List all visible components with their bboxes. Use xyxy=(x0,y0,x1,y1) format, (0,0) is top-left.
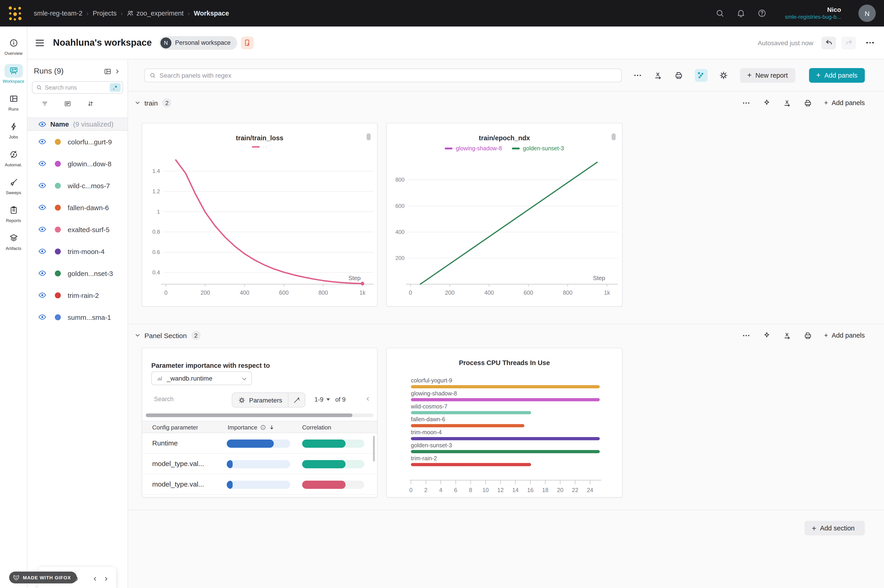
visibility-eye-icon[interactable] xyxy=(38,314,46,320)
search-icon[interactable] xyxy=(716,9,725,18)
menu-hamburger-icon[interactable] xyxy=(36,39,44,46)
visibility-eye-icon[interactable] xyxy=(38,205,46,210)
collapse-section-chevron-icon[interactable] xyxy=(134,100,141,106)
panel-search-input[interactable] xyxy=(159,72,616,79)
add-section-button[interactable]: +Add section xyxy=(804,521,865,536)
x-axis-settings-icon[interactable] xyxy=(653,70,663,80)
section-export-icon[interactable] xyxy=(804,99,812,107)
sampling-mode-toggle[interactable] xyxy=(695,69,707,81)
section-x-axis-icon[interactable] xyxy=(783,99,792,107)
filter-runs-icon[interactable] xyxy=(41,100,48,107)
workspace-more-options-icon[interactable] xyxy=(866,42,874,44)
visibility-eye-icon[interactable] xyxy=(38,292,46,298)
visibility-eye-icon[interactable] xyxy=(38,139,46,144)
run-settings-icon[interactable] xyxy=(64,100,71,107)
column-config-parameter[interactable]: Config parameter xyxy=(152,424,198,431)
pagination-next-icon[interactable] xyxy=(102,575,110,582)
sidebar-item-jobs[interactable]: Jobs xyxy=(0,116,27,144)
importance-search-input[interactable] xyxy=(154,396,209,402)
expand-runs-chevron-icon[interactable] xyxy=(113,68,121,75)
pagination-prev-icon[interactable] xyxy=(92,575,99,582)
visibility-eye-icon[interactable] xyxy=(38,121,46,127)
regex-toggle[interactable]: .* xyxy=(110,83,121,92)
section-spark-icon[interactable] xyxy=(762,99,771,107)
epoch-ndx-chart[interactable]: 20040060080002004006008001kStep xyxy=(387,123,623,307)
section-x-axis-icon[interactable] xyxy=(783,331,792,340)
notifications-bell-icon[interactable] xyxy=(737,9,746,18)
redo-button[interactable] xyxy=(842,36,856,49)
avatar[interactable]: N xyxy=(858,4,876,22)
importance-table-row[interactable]: model_type.val... xyxy=(142,454,378,474)
workspace-settings-gear-icon[interactable] xyxy=(719,70,728,80)
add-panels-button[interactable]: +Add panels xyxy=(809,68,865,82)
breadcrumb-team[interactable]: smle-reg-team-2 xyxy=(34,10,83,17)
pager-range[interactable]: 1-9 xyxy=(314,396,323,403)
run-list-item[interactable]: colorfu...gurt-9 xyxy=(27,130,128,153)
run-color-dot xyxy=(55,204,61,210)
run-list-item[interactable]: trim-rain-2 xyxy=(27,284,128,306)
run-list-item[interactable]: wild-c...mos-7 xyxy=(27,174,128,196)
breadcrumb-project[interactable]: zoo_experiment xyxy=(127,10,183,17)
clear-workspace-button[interactable] xyxy=(241,36,254,49)
train-loss-chart[interactable]: 0.40.60.811.21.402004006008001kStep xyxy=(142,123,378,307)
sidebar-item-workspace[interactable]: Workspace xyxy=(0,60,27,88)
vertical-scrollbar-thumb[interactable] xyxy=(373,436,375,462)
column-correlation[interactable]: Correlation xyxy=(302,424,331,431)
runs-table-icon[interactable] xyxy=(104,68,111,75)
personal-workspace-badge[interactable]: N Personal workspace xyxy=(159,36,237,50)
run-list-item[interactable]: golden...nset-3 xyxy=(27,262,128,284)
sidebar-item-runs[interactable]: Runs xyxy=(0,88,27,116)
section-export-icon[interactable] xyxy=(804,331,812,340)
toolbar-more-options-icon[interactable] xyxy=(633,70,642,80)
new-report-button[interactable]: +New report xyxy=(740,68,795,82)
user-menu[interactable]: Nico smle-registries-bug-b... xyxy=(785,6,841,21)
section-more-options-icon[interactable] xyxy=(742,331,750,340)
run-list-item[interactable]: fallen-dawn-6 xyxy=(27,196,128,218)
importance-metric-dropdown[interactable]: _wandb.runtime xyxy=(151,372,252,385)
visibility-eye-icon[interactable] xyxy=(38,249,46,254)
magic-wand-button[interactable] xyxy=(289,393,305,407)
importance-table-row[interactable]: Runtime xyxy=(142,433,378,454)
run-list-item[interactable]: trim-moon-4 xyxy=(27,240,128,262)
cpu-threads-chart[interactable]: colorful-yogurt-9glowing-shadow-8wild-co… xyxy=(387,375,623,498)
export-panel-icon[interactable] xyxy=(674,70,683,80)
run-list-item[interactable]: summ...sma-1 xyxy=(27,306,128,328)
run-color-dot xyxy=(55,160,61,166)
section-add-panels-button[interactable]: +Add panels xyxy=(824,99,865,106)
section-title[interactable]: Panel Section xyxy=(144,332,187,339)
section-more-options-icon[interactable] xyxy=(742,99,750,107)
column-importance[interactable]: Importance xyxy=(228,424,275,431)
sidebar-item-artifacts[interactable]: Artifacts xyxy=(0,227,27,255)
collapse-section-chevron-icon[interactable] xyxy=(134,332,141,339)
section-spark-icon[interactable] xyxy=(762,331,771,340)
sidebar-item-reports[interactable]: Reports xyxy=(0,199,27,227)
wandb-logo-icon[interactable] xyxy=(6,4,25,22)
parameters-button[interactable]: Parameters xyxy=(232,393,289,407)
pager-prev-chevron-icon[interactable] xyxy=(364,395,372,402)
visibility-eye-icon[interactable] xyxy=(38,183,46,188)
breadcrumb-page[interactable]: Workspace xyxy=(194,10,229,17)
runs-search-input[interactable] xyxy=(45,84,107,91)
section-title[interactable]: train xyxy=(144,99,158,106)
visibility-eye-icon[interactable] xyxy=(38,161,46,166)
visibility-eye-icon[interactable] xyxy=(38,226,46,232)
run-list-item[interactable]: glowin...dow-8 xyxy=(27,153,128,174)
sidebar-item-overview[interactable]: Overview xyxy=(0,32,27,60)
horizontal-scrollbar-thumb[interactable] xyxy=(146,414,353,417)
user-org-link[interactable]: smle-registries-bug-b... xyxy=(785,14,841,21)
run-list-item[interactable]: exalted-surf-5 xyxy=(27,218,128,240)
breadcrumb-projects[interactable]: Projects xyxy=(93,10,117,17)
help-icon[interactable] xyxy=(758,9,767,18)
importance-table-row[interactable]: model_type.val... xyxy=(142,474,378,495)
section-add-panels-button[interactable]: +Add panels xyxy=(824,332,865,339)
broom-icon xyxy=(5,176,23,189)
visibility-eye-icon[interactable] xyxy=(38,270,46,276)
undo-button[interactable] xyxy=(821,36,836,49)
svg-text:0: 0 xyxy=(409,487,413,493)
gifox-watermark: MADE WITH GIFOX xyxy=(9,572,77,584)
sort-runs-icon[interactable] xyxy=(87,100,94,107)
bar-label: fallen-dawn-6 xyxy=(411,416,445,422)
sidebar-item-sweeps[interactable]: Sweeps xyxy=(0,171,27,199)
sidebar-item-automations[interactable]: Automat. xyxy=(0,144,27,171)
caret-down-icon[interactable] xyxy=(326,398,330,400)
